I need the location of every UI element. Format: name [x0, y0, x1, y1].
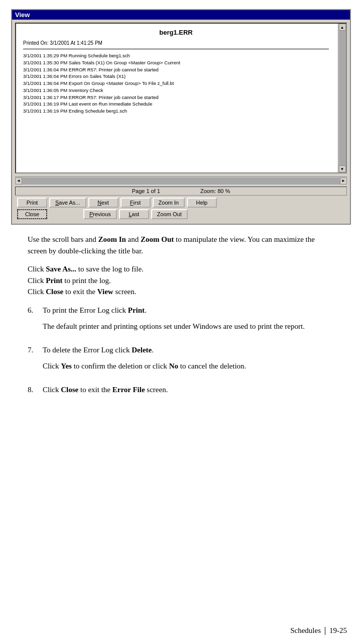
- item-7-bold: Delete: [132, 346, 152, 354]
- scroll-right-btn[interactable]: ►: [340, 177, 347, 185]
- footer-label: Schedules: [290, 626, 321, 635]
- status-bar: Page 1 of 1 Zoom: 80 %: [15, 187, 347, 196]
- scroll-up-btn[interactable]: ▲: [339, 24, 346, 31]
- scroll-track-v[interactable]: [339, 31, 346, 165]
- page-info: Page 1 of 1: [132, 188, 160, 194]
- view-window: View berg1.ERR Printed On: 3/1/2001 At 1…: [11, 9, 351, 225]
- doc-divider: [23, 49, 329, 49]
- item-8-number: 8.: [28, 384, 43, 396]
- window-title: View: [15, 11, 30, 19]
- item-8-content: Click Close to exit the Error File scree…: [43, 384, 334, 396]
- item-6-sub: The default printer and printing options…: [43, 321, 334, 332]
- item-7-text-post: .: [152, 346, 154, 354]
- log-line-4: 3/1/2001 1:36:04 PM Export On Group <Mas…: [23, 80, 329, 87]
- item-7-sub: Click Yes to confirm the deletion or cli…: [43, 360, 334, 372]
- scroll-left-btn[interactable]: ◄: [15, 177, 22, 185]
- button-row-1: Print Save As... Next First Zoom In Help: [15, 198, 347, 208]
- log-line-5: 3/1/2001 1:36:05 PM Inventory Check: [23, 87, 329, 94]
- item-7-text-pre: To delete the Error Log click: [43, 346, 132, 354]
- item-7-content: To delete the Error Log click Delete. Cl…: [43, 344, 334, 379]
- item-6-content: To print the Error Log click Print. The …: [43, 305, 334, 339]
- item-6-text-pre: To print the Error Log click: [43, 306, 128, 314]
- window-titlebar: View: [12, 10, 350, 20]
- save-as-button[interactable]: Save As...: [49, 198, 86, 208]
- vertical-scrollbar[interactable]: ▲ ▼: [338, 24, 346, 172]
- log-line-7: 3/1/2001 1:36:19 PM Last event on Run Im…: [23, 101, 329, 108]
- window-body: berg1.ERR Printed On: 3/1/2001 At 1:41:2…: [12, 20, 350, 224]
- log-line-0: 3/1/2001 1:35:29 PM Running Schedule ber…: [23, 52, 329, 59]
- log-line-6: 3/1/2001 1:36:17 PM ERROR R57: Printer j…: [23, 94, 329, 101]
- item-6: 6. To print the Error Log click Print. T…: [28, 305, 334, 339]
- item-6-text-post: .: [145, 306, 147, 314]
- close-button[interactable]: Close: [17, 209, 47, 219]
- print-button[interactable]: Print: [17, 198, 47, 208]
- button-row-2: Close Previous Last Zoom Out: [15, 209, 347, 219]
- log-line-1: 3/1/2001 1:35:30 PM Sales Totals (X1) On…: [23, 59, 329, 66]
- zoom-in-button[interactable]: Zoom In: [153, 198, 185, 208]
- document-view: berg1.ERR Printed On: 3/1/2001 At 1:41:2…: [15, 23, 347, 173]
- item-8: 8. Click Close to exit the Error File sc…: [28, 384, 334, 396]
- page-footer: Schedules 19-25: [290, 626, 347, 635]
- log-line-3: 3/1/2001 1:36:04 PM Errors on Sales Tota…: [23, 73, 329, 80]
- doc-title: berg1.ERR: [23, 29, 329, 36]
- next-button[interactable]: Next: [88, 198, 118, 208]
- item-7-number: 7.: [28, 344, 43, 379]
- doc-printed-on: Printed On: 3/1/2001 At 1:41:25 PM: [23, 40, 329, 46]
- first-button[interactable]: First: [120, 198, 151, 208]
- previous-button[interactable]: Previous: [83, 209, 117, 219]
- para-click-info: Click Save As... to save the log to file…: [28, 263, 334, 298]
- item-6-bold: Print: [128, 306, 145, 314]
- log-line-8: 3/1/2001 1:36:19 PM Ending Schedule berg…: [23, 108, 329, 115]
- horizontal-scrollbar[interactable]: ◄ ►: [15, 176, 347, 185]
- last-button[interactable]: Last: [119, 209, 149, 219]
- page-content: Use the scroll bars and Zoom In and Zoom…: [0, 225, 362, 410]
- para-scroll-info: Use the scroll bars and Zoom In and Zoom…: [28, 234, 334, 256]
- zoom-info: Zoom: 80 %: [200, 188, 230, 194]
- zoom-out-button[interactable]: Zoom Out: [151, 209, 188, 219]
- item-6-number: 6.: [28, 305, 43, 339]
- log-line-2: 3/1/2001 1:36:04 PM ERROR R57: Printer j…: [23, 66, 329, 73]
- scroll-down-btn[interactable]: ▼: [339, 165, 346, 172]
- footer-divider: [325, 627, 325, 635]
- scroll-track-h[interactable]: [22, 177, 340, 185]
- footer-page: 19-25: [329, 626, 347, 635]
- log-lines: 3/1/2001 1:35:29 PM Running Schedule ber…: [23, 52, 329, 115]
- item-7: 7. To delete the Error Log click Delete.…: [28, 344, 334, 379]
- help-button[interactable]: Help: [187, 198, 217, 208]
